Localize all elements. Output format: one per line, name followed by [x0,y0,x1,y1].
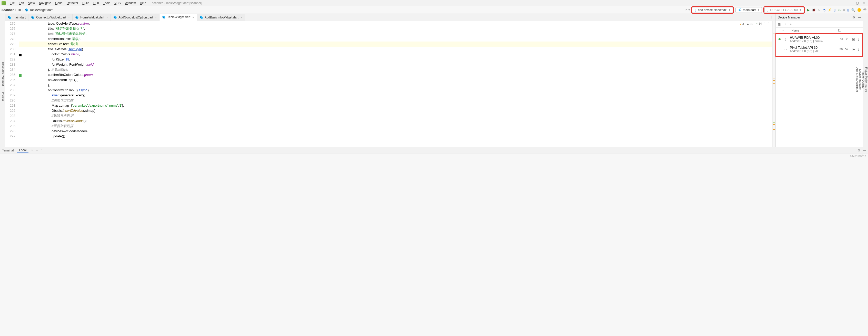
code-line[interactable]: 290 //添加导出次数 [5,98,775,103]
code-line[interactable]: 297 update(); [5,134,775,139]
target-device-dropdown[interactable]: ▯ HUAWEI FOA-AL00 ▼ [765,7,804,13]
tab-close-icon[interactable]: × [155,16,157,19]
device-more-icon[interactable]: ⋮ [857,47,860,51]
warnings-count[interactable]: 3 [740,22,744,25]
resource-manager-tab[interactable]: Resource Manager [2,62,5,86]
breadcrumb-folder[interactable]: lib [18,8,21,12]
editor-tab[interactable]: TableWidget.dart× [159,14,197,21]
add-device-icon[interactable]: ＋ [784,22,787,26]
code-line[interactable]: 287 }, [5,82,775,88]
close-icon[interactable]: ✕ [862,1,865,5]
sync-icon[interactable]: ↩ [684,8,687,12]
device-row[interactable]: ▭Pixel Tablet API 30Android 11.0 ("R") |… [776,44,862,54]
terminal-tab-close-icon[interactable]: × [31,149,33,152]
hot-reload-icon[interactable]: ♨ [838,8,841,12]
tab-close-icon[interactable]: × [106,16,108,19]
code-line[interactable]: 292 Dbutils.insertZdValue(zdmap); [5,108,775,113]
menu-tools[interactable]: Tools [101,1,112,5]
device-selector-dropdown[interactable]: ▯ <no device selected> ▼ [692,7,733,13]
gear-icon[interactable]: ⚙ [852,15,855,19]
menu-vcs[interactable]: VCS [112,1,123,5]
inspection-summary[interactable]: 3 ▲ 10 14 ˆ ˇ [740,22,769,25]
menu-help[interactable]: Help [138,1,148,5]
sort-arrow-icon[interactable]: ▴ [778,29,784,32]
code-line[interactable]: 285 confirmBtnColor: Colors.green, [5,72,775,77]
flash-icon[interactable]: ⚡ [828,8,832,12]
maximize-icon[interactable]: ▢ [856,1,859,5]
attach-icon[interactable]: ▯ [834,8,836,12]
tab-close-icon[interactable]: × [68,16,70,19]
code-line[interactable]: 281 color: Colors.black, [5,52,775,57]
inspection-up-icon[interactable]: ˆ [765,22,766,25]
run-icon[interactable]: ▶ [807,8,809,12]
code-line[interactable]: 289 await generateExcel(); [5,93,775,98]
editor-tab[interactable]: AddGoodsListOption.dart× [111,14,159,21]
menu-run[interactable]: Run [91,1,101,5]
device-launch-icon[interactable]: ▣ [852,37,855,41]
editor-tab[interactable]: AddBasicInfoWidget.dart× [197,14,245,21]
project-tab[interactable]: Project [2,92,5,101]
weak-warnings-count[interactable]: ▲ 10 [746,22,753,25]
menu-edit[interactable]: Edit [17,1,26,5]
profiler-icon[interactable]: ◔ [823,8,826,12]
menu-navigate[interactable]: Navigate [37,1,53,5]
code-line[interactable]: 294 Dbutils.deletAllGoods(); [5,119,775,124]
code-line[interactable]: 284 ), // TextStyle [5,67,775,72]
run-config-dropdown[interactable]: main.dart ▼ [736,7,762,13]
code-line[interactable]: 296 devices=<GoodsModel>[]; [5,129,775,134]
code-editor[interactable]: 3 ▲ 10 14 ˆ ˇ 275 type: CoolAlertType.co… [5,21,775,147]
code-line[interactable]: 293 //删除导出数据 [5,113,775,119]
coverage-icon[interactable]: ↻ [818,8,820,12]
terminal-add-icon[interactable]: ＋ [35,148,38,153]
column-name[interactable]: Name [784,29,838,32]
menu-refactor[interactable]: Refactor [65,1,80,5]
code-line[interactable]: 275 type: CoolAlertType.confirm, [5,21,775,26]
editor-tab[interactable]: ConnectorWidget.dart× [28,14,72,21]
code-line[interactable]: 277 text: '确认请点击确认按钮', [5,31,775,36]
devices-icon[interactable]: ▯ [847,8,849,12]
menu-window[interactable]: Window [123,1,138,5]
grid-icon[interactable]: ▦ [778,23,780,26]
chevron-down-icon[interactable]: ▼ [688,9,690,11]
terminal-hide-icon[interactable]: ― [863,149,866,152]
tab-close-icon[interactable]: × [241,16,242,19]
terminal-label[interactable]: Terminal: [2,149,14,152]
code-line[interactable]: 286 onCancelBtnTap: (){ [5,77,775,82]
code-line[interactable]: 282 fontSize: 18, [5,57,775,62]
terminal-tab-local[interactable]: Local [17,148,29,153]
code-line[interactable]: 288 onConfirmBtnTap: () async { [5,88,775,93]
terminal-gear-icon[interactable]: ⚙ [858,149,860,152]
code-line[interactable]: 291 Map zdmap={'paramkey':'exportnums','… [5,103,775,108]
terminal-dropdown-icon[interactable]: ˇ [41,149,42,152]
code-line[interactable]: 283 fontWeight: FontWeight.bold [5,62,775,67]
right-tool-strip[interactable]: Flutter PerformanceFlutter OutlineDevice… [863,14,868,147]
left-tool-strip[interactable]: Resource Manager Project [0,14,5,147]
editor-tab[interactable]: HomeWidget.dart× [72,14,111,21]
inspection-down-icon[interactable]: ˇ [768,22,769,25]
code-line[interactable]: 279 cancelBtnText: '取消', [5,41,775,47]
wifi-icon[interactable]: ᯤ [790,23,793,26]
menu-file[interactable]: File [8,1,17,5]
right-tool-tab[interactable]: Flutter Performance [865,16,868,143]
device-launch-icon[interactable]: ▶ [852,47,855,51]
breadcrumb-root[interactable]: Scanner [2,8,13,12]
tab-close-icon[interactable]: × [192,15,194,19]
avatar-icon[interactable] [858,8,861,12]
code-line[interactable]: 278 confirmBtnText: '确认', [5,36,775,41]
menu-code[interactable]: Code [53,1,65,5]
code-line[interactable]: 280 titleTextStyle: TextStyle( [5,47,775,52]
menu-build[interactable]: Build [80,1,91,5]
column-type[interactable]: T... [838,29,845,32]
tabs-overflow-icon[interactable]: ⋮ [768,15,775,19]
breadcrumb-file[interactable]: TableWidget.dart [30,8,53,12]
code-line[interactable]: 295 //重新加载数据 [5,124,775,129]
search-icon[interactable]: 🔍 [851,8,855,12]
device-more-icon[interactable]: ⋮ [857,37,860,41]
minimize-icon[interactable]: ― [849,1,852,5]
stop-icon[interactable]: ■ [843,8,845,12]
error-stripe[interactable] [772,21,775,147]
menu-view[interactable]: View [26,1,37,5]
device-row[interactable]: ▯HUAWEI FOA-AL00Android 12.0 ("S") | arm… [776,34,862,44]
overflow-icon[interactable]: ⓔ [863,8,866,12]
code-line[interactable]: 276 title: "确定导出数据么？", [5,26,775,31]
